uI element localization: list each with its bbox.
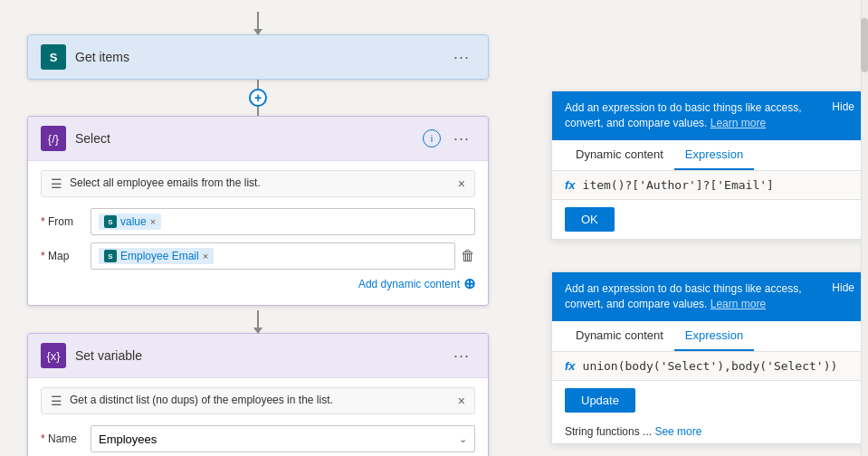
expr-header-text-bottom: Add an expression to do basic things lik… [565,281,823,312]
map-field-row: Map S Employee Email × 🗑 [41,242,475,270]
select-note-close-button[interactable]: × [458,176,465,191]
get-items-card: S Get items ··· [27,34,489,80]
select-note-text: Select all employee emails from the list… [70,176,261,189]
from-token-field[interactable]: S value × [91,208,475,235]
tab-expression-bottom[interactable]: Expression [674,321,754,351]
set-variable-title: Set variable [75,348,448,363]
from-token-sp-icon: S [104,215,117,228]
from-token-remove-button[interactable]: × [150,216,156,227]
set-variable-body: ☰ Get a distinct list (no dups) of the e… [28,377,488,456]
arrow-icon-2 [257,310,259,328]
tab-expression-top[interactable]: Expression [674,140,754,170]
set-variable-note-text: Get a distinct list (no dups) of the emp… [70,394,333,406]
set-variable-more-button[interactable]: ··· [448,345,475,367]
expr-header-bottom: Add an expression to do basic things lik… [552,272,867,321]
tab-dynamic-content-bottom[interactable]: Dynamic content [565,321,674,351]
select-card: {/} Select i ··· ☰ Select all employee e… [27,116,489,306]
arrow-icon [257,12,259,30]
expr-learn-more-link-bottom[interactable]: Learn more [711,298,766,310]
set-variable-header: {x} Set variable ··· [28,334,488,377]
expr-header-description-top: Add an expression to do basic things lik… [565,101,801,129]
select-header: {/} Select i ··· [28,117,488,160]
name-select-chevron-icon: ⌄ [459,433,467,445]
expr-input-row-bottom: fx [552,352,867,381]
fx-label-top: fx [565,178,576,192]
select-more-button[interactable]: ··· [448,128,475,150]
select-note-bar: ☰ Select all employee emails from the li… [41,170,475,197]
map-token-sp-icon: S [104,250,117,262]
set-variable-note-bar: ☰ Get a distinct list (no dups) of the e… [41,387,475,414]
add-step-button[interactable]: + [249,89,267,107]
select-add-dynamic-button[interactable]: Add dynamic content ⊕ [358,275,475,292]
get-items-more-button[interactable]: ··· [448,46,475,69]
expr-tabs-bottom: Dynamic content Expression [552,321,867,352]
tab-dynamic-content-top[interactable]: Dynamic content [565,140,674,170]
expr-header-text-top: Add an expression to do basic things lik… [565,100,823,131]
see-more-link[interactable]: See more [654,425,701,438]
add-dynamic-plus-icon: ⊕ [463,275,475,292]
top-connector [0,7,516,34]
map-row-delete-button[interactable]: 🗑 [461,248,475,264]
expr-input-top[interactable] [583,178,854,192]
map-token: S Employee Email × [99,248,214,264]
get-items-header: S Get items ··· [28,35,488,79]
map-label: Map [41,250,91,262]
from-token: S value × [99,214,161,230]
expr-hide-button-top[interactable]: Hide [832,100,854,113]
expr-input-bottom[interactable] [583,359,854,373]
map-token-label: Employee Email [120,250,199,262]
select-title: Select [75,131,423,146]
scrollbar-thumb[interactable] [861,18,868,72]
name-field-row: Name Employees ⌄ [41,425,475,452]
connector-line-top [257,80,259,89]
string-functions-label: String functions [565,425,640,438]
name-label: Name [41,432,91,445]
expr-hide-button-bottom[interactable]: Hide [832,281,854,294]
from-label: From [41,215,91,228]
map-token-remove-button[interactable]: × [203,251,208,261]
from-token-label: value [120,215,147,228]
expr-input-row-top: fx [552,171,867,200]
sv-note-icon: ☰ [51,394,62,408]
expr-update-button[interactable]: Update [565,388,635,413]
scrollbar[interactable] [861,0,868,456]
sharepoint-icon: S [41,44,66,70]
from-field-row: From S value × [41,208,475,235]
select-action-icon: {/} [41,126,66,151]
expr-learn-more-link-top[interactable]: Learn more [711,117,766,129]
expression-panel-top: Add an expression to do basic things lik… [551,90,868,240]
plus-connector-1: + [249,80,267,116]
get-items-title: Get items [75,50,448,64]
name-select-field[interactable]: Employees ⌄ [91,425,475,452]
select-add-dynamic-row: Add dynamic content ⊕ [41,275,475,292]
select-info-button[interactable]: i [423,129,441,147]
note-icon: ☰ [51,176,62,191]
expr-header-description-bottom: Add an expression to do basic things lik… [565,282,801,310]
connector-2 [0,306,516,333]
expr-header-top: Add an expression to do basic things lik… [552,91,867,140]
expr-tabs-top: Dynamic content Expression [552,140,867,171]
connector-line-bottom [257,107,259,116]
set-variable-note-close-button[interactable]: × [458,394,465,408]
set-variable-action-icon: {x} [41,343,66,368]
string-functions-hint: String functions ... See more [552,420,867,443]
map-token-field[interactable]: S Employee Email × [91,242,455,270]
expression-panel-bottom: Add an expression to do basic things lik… [551,271,868,444]
select-body: ☰ Select all employee emails from the li… [28,160,488,305]
name-select-value: Employees [99,432,157,446]
add-dynamic-label: Add dynamic content [358,278,460,290]
flow-area: S Get items ··· + {/} Select i ··· ☰ Sel… [0,0,516,456]
expr-ok-button[interactable]: OK [565,207,615,232]
fx-label-bottom: fx [565,359,576,373]
set-variable-card: {x} Set variable ··· ☰ Get a distinct li… [27,333,489,456]
